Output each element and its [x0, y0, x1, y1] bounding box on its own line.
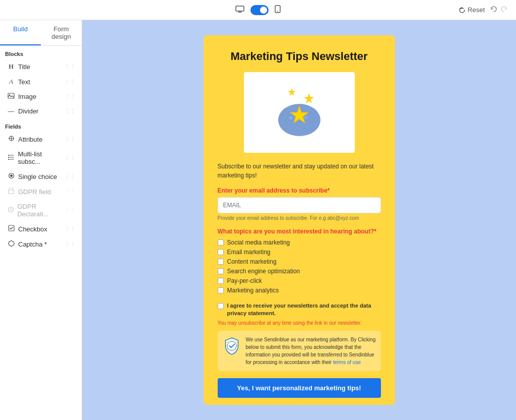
- topic-item: Content marketing: [218, 258, 381, 265]
- sidebar-item-gdpr-field[interactable]: GDPR field ⋮⋮: [2, 185, 80, 199]
- sidebar-item-gdpr-declaration[interactable]: GDPR Declarati... ⋮⋮: [2, 200, 80, 221]
- mobile-icon[interactable]: [275, 5, 281, 15]
- svg-point-24: [226, 342, 227, 343]
- sidebar-item-checkbox[interactable]: Checkbox ⋮⋮: [2, 222, 80, 236]
- drag-handle: ⋮⋮: [64, 136, 76, 143]
- drag-handle: ⋮⋮: [64, 93, 76, 100]
- sidebar-item-captcha[interactable]: Captcha * ⋮⋮: [2, 237, 80, 252]
- drag-handle: ⋮⋮: [64, 108, 76, 114]
- drag-handle: ⋮⋮: [64, 64, 76, 70]
- checkbox-analytics[interactable]: [218, 287, 224, 293]
- blocks-section-label: Blocks: [0, 46, 82, 59]
- multilist-icon: [7, 154, 15, 162]
- svg-point-27: [235, 342, 236, 343]
- brevo-shield-icon: [223, 337, 241, 355]
- sidebar-tabs: Build Form design: [0, 20, 82, 46]
- svg-point-28: [236, 345, 237, 346]
- topic-item: Pay-per-click: [218, 277, 381, 284]
- drag-handle: ⋮⋮: [64, 155, 76, 161]
- top-bar-actions: Reset: [459, 5, 508, 15]
- gdpr-field-icon: [7, 188, 15, 196]
- drag-handle: ⋮⋮: [64, 173, 76, 180]
- checkbox-seo[interactable]: [218, 268, 224, 274]
- sidebar-item-image[interactable]: Image ⋮⋮: [2, 90, 80, 103]
- svg-rect-8: [8, 155, 9, 156]
- form-image: [244, 72, 355, 153]
- form-description: Subscribe to our newsletter and stay upd…: [218, 162, 381, 180]
- sidebar-item-divider[interactable]: — Divider ⋮⋮: [2, 104, 80, 118]
- undo-button[interactable]: [490, 5, 498, 15]
- title-icon: H: [7, 63, 15, 71]
- topic-item: Marketing analytics: [218, 287, 381, 294]
- checkbox-content[interactable]: [218, 259, 224, 265]
- drag-handle: ⋮⋮: [64, 241, 76, 248]
- checkbox-icon: [7, 225, 15, 233]
- svg-point-23: [227, 341, 236, 350]
- checkbox-social[interactable]: [218, 239, 224, 246]
- svg-point-26: [227, 349, 228, 350]
- attribute-icon: [7, 135, 15, 143]
- checkbox-email[interactable]: [218, 249, 224, 255]
- svg-point-12: [10, 174, 13, 177]
- topic-item: Search engine optimization: [218, 268, 381, 275]
- gdpr-checkbox-row: I agree to receive your newsletters and …: [218, 302, 381, 318]
- image-icon: [7, 93, 15, 100]
- svg-rect-13: [9, 190, 14, 194]
- divider-icon: —: [7, 107, 15, 115]
- svg-marker-22: [288, 89, 295, 95]
- sidebar-item-single-choice[interactable]: Single choice ⋮⋮: [2, 169, 80, 184]
- svg-point-30: [231, 339, 232, 340]
- topic-item: Social media marketing: [218, 239, 381, 246]
- drag-handle: ⋮⋮: [64, 79, 76, 85]
- brevo-text: We use Sendinblue as our marketing platf…: [246, 336, 376, 366]
- topic-item: Email marketing: [218, 249, 381, 256]
- svg-point-17: [289, 116, 292, 119]
- terms-link[interactable]: terms of use: [333, 359, 361, 365]
- sidebar: Build Form design Blocks H Title ⋮⋮ A Te…: [0, 20, 82, 420]
- brevo-notice: We use Sendinblue as our marketing platf…: [218, 331, 381, 371]
- fields-section-label: Fields: [0, 118, 82, 132]
- sidebar-item-attribute[interactable]: Attribute ⋮⋮: [2, 132, 80, 146]
- sidebar-item-multilist[interactable]: Multi-list subsc... ⋮⋮: [2, 147, 80, 168]
- svg-point-2: [277, 11, 278, 12]
- device-switcher: [235, 5, 281, 15]
- gdpr-hint: You may unsubscribe at any time using th…: [218, 320, 381, 326]
- top-bar: Reset: [0, 0, 516, 20]
- main-layout: Build Form design Blocks H Title ⋮⋮ A Te…: [0, 20, 516, 420]
- svg-rect-0: [236, 6, 244, 11]
- svg-point-29: [235, 349, 236, 350]
- checkbox-ppc[interactable]: [218, 278, 224, 284]
- single-choice-icon: [7, 172, 15, 181]
- svg-marker-21: [304, 94, 313, 103]
- sidebar-item-title[interactable]: H Title ⋮⋮: [2, 59, 80, 74]
- drag-handle: ⋮⋮: [64, 189, 76, 195]
- drag-handle: ⋮⋮: [64, 207, 76, 214]
- svg-point-25: [226, 345, 227, 346]
- svg-rect-10: [8, 159, 9, 160]
- canvas-area: Marketing Tips Newsletter: [82, 20, 516, 420]
- topics-label: What topics are you most interested in h…: [218, 228, 381, 235]
- email-input[interactable]: [218, 197, 381, 213]
- gdpr-section: I agree to receive your newsletters and …: [218, 300, 381, 326]
- form-card: Marketing Tips Newsletter: [204, 35, 395, 405]
- svg-rect-9: [8, 157, 9, 158]
- redo-button[interactable]: [500, 5, 508, 15]
- drag-handle: ⋮⋮: [64, 226, 76, 232]
- reset-button[interactable]: Reset: [459, 6, 485, 14]
- text-icon: A: [7, 78, 15, 86]
- captcha-icon: [7, 240, 15, 249]
- submit-button[interactable]: Yes, I want personalized marketing tips!: [218, 378, 381, 398]
- form-title: Marketing Tips Newsletter: [218, 49, 381, 64]
- topics-list: Social media marketing Email marketing C…: [218, 239, 381, 294]
- sidebar-item-text[interactable]: A Text ⋮⋮: [2, 75, 80, 89]
- svg-point-19: [304, 115, 307, 119]
- svg-point-4: [10, 94, 11, 95]
- email-hint: Provide your email address to subscribe.…: [218, 215, 381, 221]
- desktop-icon[interactable]: [235, 6, 244, 14]
- tab-build[interactable]: Build: [0, 20, 41, 45]
- tab-form-design[interactable]: Form design: [41, 20, 82, 45]
- device-toggle[interactable]: [250, 5, 269, 15]
- gdpr-checkbox[interactable]: [218, 303, 224, 309]
- svg-rect-15: [9, 225, 14, 231]
- email-field-label: Enter your email address to subscribe*: [218, 187, 381, 194]
